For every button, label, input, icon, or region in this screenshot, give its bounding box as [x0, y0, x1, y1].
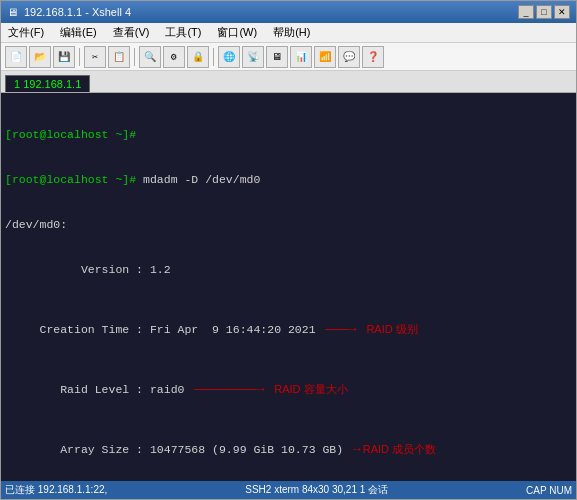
menu-view[interactable]: 查看(V) — [110, 25, 153, 40]
menu-edit[interactable]: 编辑(E) — [57, 25, 100, 40]
prompt-1: [root@localhost ~]# — [5, 128, 143, 141]
toolbar-btn-13[interactable]: 📶 — [314, 46, 336, 68]
status-bar: 已连接 192.168.1.1:22, SSH2 xterm 84x30 30,… — [1, 481, 576, 499]
menu-bar: 文件(F) 编辑(E) 查看(V) 工具(T) 窗口(W) 帮助(H) — [1, 23, 576, 43]
cap-info: CAP NUM — [526, 485, 572, 496]
toolbar-btn-11[interactable]: 🖥 — [266, 46, 288, 68]
prompt-2: [root@localhost ~]# — [5, 173, 143, 186]
arrow-array-size: → — [345, 442, 361, 457]
toolbar-btn-5[interactable]: 📋 — [108, 46, 130, 68]
title-bar-controls: _ □ ✕ — [518, 5, 570, 19]
window-title: 192.168.1.1 - Xshell 4 — [24, 6, 131, 18]
toolbar-btn-4[interactable]: ✂ — [84, 46, 106, 68]
menu-help[interactable]: 帮助(H) — [270, 25, 313, 40]
menu-tools[interactable]: 工具(T) — [162, 25, 204, 40]
toolbar-separator-2 — [134, 48, 135, 66]
line-1: [root@localhost ~]# — [5, 127, 572, 142]
line-2: [root@localhost ~]# mdadm -D /dev/md0 — [5, 172, 572, 187]
annot-array-size: RAID 成员个数 — [363, 442, 436, 457]
minimize-button[interactable]: _ — [518, 5, 534, 19]
array-size-text: Array Size : 10477568 (9.99 GiB 10.73 GB… — [5, 442, 343, 457]
terminal-content: [root@localhost ~]# [root@localhost ~]# … — [5, 97, 572, 481]
toolbar-btn-12[interactable]: 📊 — [290, 46, 312, 68]
tab-bar: 1 192.168.1.1 — [1, 71, 576, 93]
tab-session-1[interactable]: 1 192.168.1.1 — [5, 75, 90, 92]
ssh-info: SSH2 xterm 84x30 30,21 1 会话 — [245, 483, 388, 497]
toolbar-btn-10[interactable]: 📡 — [242, 46, 264, 68]
toolbar-btn-14[interactable]: 💬 — [338, 46, 360, 68]
app-icon: 🖥 — [7, 6, 18, 18]
main-window: 🖥 192.168.1.1 - Xshell 4 _ □ ✕ 文件(F) 编辑(… — [0, 0, 577, 500]
annot-creation: RAID 级别 — [366, 322, 417, 337]
toolbar-btn-7[interactable]: ⚙ — [163, 46, 185, 68]
raid-level-text: Raid Level : raid0 — [5, 382, 184, 397]
menu-window[interactable]: 窗口(W) — [214, 25, 260, 40]
toolbar-btn-15[interactable]: ❓ — [362, 46, 384, 68]
toolbar-btn-9[interactable]: 🌐 — [218, 46, 240, 68]
toolbar-btn-8[interactable]: 🔒 — [187, 46, 209, 68]
creation-time-text: Creation Time : Fri Apr 9 16:44:20 2021 — [5, 322, 316, 337]
cmd-1: mdadm -D /dev/md0 — [143, 173, 260, 186]
toolbar-btn-2[interactable]: 📂 — [29, 46, 51, 68]
close-button[interactable]: ✕ — [554, 5, 570, 19]
line-array-size: Array Size : 10477568 (9.99 GiB 10.73 GB… — [5, 442, 572, 457]
annot-raid-level: RAID 容量大小 — [274, 382, 347, 397]
toolbar-separator-3 — [213, 48, 214, 66]
toolbar-btn-3[interactable]: 💾 — [53, 46, 75, 68]
toolbar-btn-6[interactable]: 🔍 — [139, 46, 161, 68]
title-bar: 🖥 192.168.1.1 - Xshell 4 _ □ ✕ — [1, 1, 576, 23]
line-creation-time: Creation Time : Fri Apr 9 16:44:20 2021 … — [5, 322, 572, 337]
toolbar-btn-1[interactable]: 📄 — [5, 46, 27, 68]
toolbar-separator-1 — [79, 48, 80, 66]
menu-file[interactable]: 文件(F) — [5, 25, 47, 40]
maximize-button[interactable]: □ — [536, 5, 552, 19]
title-bar-left: 🖥 192.168.1.1 - Xshell 4 — [7, 6, 131, 18]
line-raid-level: Raid Level : raid0 ————————→ RAID 容量大小 — [5, 382, 572, 397]
connection-info: 已连接 192.168.1.1:22, — [5, 483, 107, 497]
tab-label: 1 192.168.1.1 — [14, 78, 81, 90]
terminal-container[interactable]: [root@localhost ~]# [root@localhost ~]# … — [1, 93, 576, 481]
line-3: /dev/md0: — [5, 217, 572, 232]
arrow-raid-level: ————————→ — [186, 382, 272, 397]
toolbar: 📄 📂 💾 ✂ 📋 🔍 ⚙ 🔒 🌐 📡 🖥 📊 📶 💬 ❓ — [1, 43, 576, 71]
line-4: Version : 1.2 — [5, 262, 572, 277]
arrow-creation: ———→ — [318, 322, 365, 337]
